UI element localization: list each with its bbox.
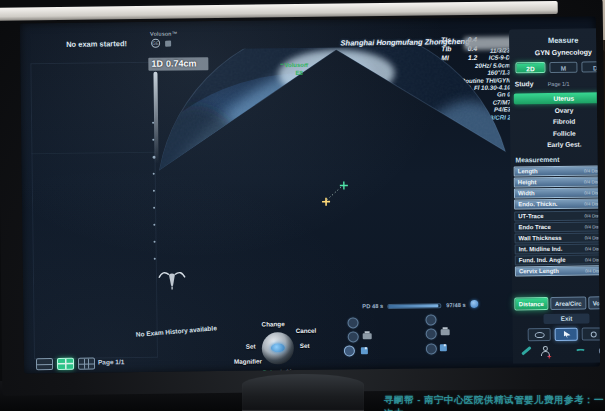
tab-2d[interactable]: 2D [515,62,545,73]
progress-value: 97/48 s [446,302,465,308]
volume-button[interactable]: Volume [588,296,600,309]
measure-row-int-midline[interactable]: Int. Midline Ind.0/4 Dista [515,243,600,254]
no-exam-status: No exam started! [66,39,127,49]
depth-marker [152,122,154,124]
progress-label: PD 48 s [362,303,383,309]
voluson-logo: Voluson™ [150,31,178,37]
save-disk-icon [440,344,447,351]
study-page-indicator: Page 1/1 [548,81,570,87]
measure-row-wall-thickness[interactable]: Wall Thickness0/4 Dista [514,232,600,243]
row-meta: 0/4 Dista [585,244,600,253]
row-label: Height [518,178,537,187]
layout-single-icon[interactable] [36,358,53,370]
pkey-button[interactable] [344,345,355,356]
measure-row-endo-thickn[interactable]: Endo. Thickn.0/4 Dista [514,198,600,209]
study-item-uterus[interactable]: Uterus [514,92,600,104]
row-label: UT-Trace [518,212,543,221]
ellipse-tool-icon[interactable] [528,328,551,341]
study-item-fibroid[interactable]: Fibroid [514,115,600,127]
patient-plus: + [547,353,551,360]
layout-grid-icon[interactable] [78,358,95,370]
measure-row-width[interactable]: Width0/4 Dista [514,187,600,198]
panel-title: Measure [509,35,600,45]
measure-row-height[interactable]: Height0/4 Dista [514,176,600,187]
row-meta: 0/4 Dista [584,199,600,208]
trackball-hint: Change Cancel Set Set Magnifier Calc | C… [234,320,327,374]
depth-marker [153,190,155,192]
pkey-button[interactable] [348,331,359,342]
follicle-cluster [304,151,443,235]
ultrasound-screen: No exam started! Voluson™ GE 1D0.74cm Sh… [20,16,600,373]
row-meta: 0/4 Dista [585,266,600,275]
trackball-icon [262,332,294,364]
ellipse-glyph [535,332,545,338]
measure-row-length[interactable]: Length0/4 Dista [514,165,600,176]
layout-quad-icon[interactable] [57,358,74,370]
distance-button[interactable]: Distance [514,297,548,310]
trackball-right-label: Set [300,342,310,349]
next-page-arrow[interactable]: › [597,77,601,88]
row-label: Wall Thickness [518,234,561,244]
patient-add-icon[interactable]: + [540,346,552,358]
printer-icon [363,333,372,339]
caliper-start-icon [322,198,330,206]
pkey-button[interactable] [426,343,437,354]
depth-marker [154,258,156,260]
save-disk-icon [361,347,368,354]
body-marker-icon [157,267,187,291]
trackball-left-label: Set [246,343,256,350]
measurement-header: Measurement [516,156,560,164]
monitor-stand [242,374,364,411]
row-meta: 0/4 Dista [584,166,600,175]
row-label: Endo. Thickn. [518,200,557,209]
circle-glyph [591,331,597,337]
trackball-calc-label: Calc [262,368,275,373]
page-indicator: Page 1/1 [98,358,124,365]
phone-icon[interactable] [575,349,586,356]
ge-logo-icon: GE [151,39,160,48]
monitor-bezel: No exam started! Voluson™ GE 1D0.74cm Sh… [0,0,605,396]
study-label: Study [515,80,534,87]
globe-icon[interactable] [599,346,600,355]
measurement-dotted-line [327,186,343,200]
measure-row-cervix-length[interactable]: Cervix Length0/4 Dista [515,265,600,276]
gear-icon[interactable] [470,300,478,308]
measure-panel: Measure GYN Gynecology 2D M D Study Page… [509,28,600,363]
row-meta: 0/4 Dista [585,233,600,242]
pkey-button[interactable] [426,328,437,339]
tab-m[interactable]: M [549,62,577,73]
trackball-magnifier-label: Magnifier [234,358,262,365]
row-meta: 0/4 Dista [585,222,601,231]
row-label: Cervix Length [519,267,559,276]
progress-fill [388,304,438,308]
tab-d[interactable]: D [581,61,600,72]
pencil-icon[interactable] [521,346,531,355]
caliper-end-icon [340,181,348,189]
pkey-button[interactable] [347,317,358,328]
ti-label: TIs [441,35,451,44]
study-item-early-gest[interactable]: Early Gest. [514,138,600,150]
printer-icon [441,329,450,335]
measure-row-fund-angle[interactable]: Fund. Ind. Angle0/4 Dista [515,254,600,265]
pointer-tool-icon[interactable] [555,328,578,341]
depth-marker [154,241,156,243]
probe-chip-icon [165,41,171,47]
caption-watermark: 寻嗣帮 - 南宁中心医院供精试管婴儿费用参考：一次大 [384,394,605,411]
trackball-topright-label: Cancel [296,327,317,334]
progress-bar [387,303,441,309]
row-meta: 0/4 Dista [584,211,600,220]
svg-text:Voluson: Voluson [284,62,308,68]
area-circ-button[interactable]: Area/Circ [550,297,586,310]
circle-tool-icon[interactable] [582,327,600,340]
measure-row-endo-trace[interactable]: Endo Trace0/4 Dista [514,221,600,232]
pkey-button[interactable] [425,314,436,325]
depth-marker [152,156,155,159]
row-meta: 0/4 Dista [584,177,600,186]
row-label: Fund. Ind. Angle [519,256,566,266]
row-meta: 0/4 Dista [585,255,600,264]
measure-row-ut-trace[interactable]: UT-Trace0/4 Dista [514,210,600,221]
trackball-divider: | [280,368,282,373]
ultrasound-image: Voluson E8 [156,45,511,313]
row-meta: 0/4 Dista [584,188,600,197]
exit-button[interactable]: Exit [543,314,589,325]
